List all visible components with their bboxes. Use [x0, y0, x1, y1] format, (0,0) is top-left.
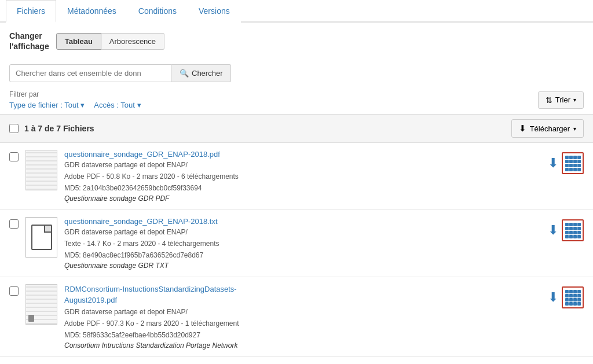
- files-count: 1 à 7 de 7 Fichiers: [24, 124, 94, 133]
- file-row: RDMConsortium-InstuctionsStandardizingDa…: [0, 277, 593, 356]
- file-info-1: questionnaire_sondage_GDR_ENAP-2018.pdf …: [64, 150, 541, 203]
- file-download-button-2[interactable]: ⬇: [548, 223, 558, 238]
- filter-label: Filtrer par: [9, 90, 141, 98]
- filter-access-link[interactable]: Accès : Tout ▾: [94, 101, 141, 109]
- sort-icon: ⇅: [546, 95, 552, 105]
- file-thumbnail-3: [25, 284, 57, 325]
- file-path-2: GDR dataverse partage et depot ENAP/: [64, 227, 541, 237]
- file-meta-3: Adobe PDF - 907.3 Ko - 2 mars 2020 - 1 t…: [64, 318, 541, 329]
- file-explore-button-2[interactable]: [562, 219, 584, 241]
- file-actions-1: ⬇: [548, 150, 584, 174]
- file-download-button-3[interactable]: ⬇: [548, 290, 558, 305]
- grid-icon-2: [565, 223, 581, 238]
- download-caret-icon: ▾: [573, 126, 576, 132]
- sort-caret-icon: ▾: [573, 97, 576, 103]
- file-desc-2: Questionnaire sondage GDR TXT: [64, 262, 541, 270]
- file-thumbnail-1: [25, 150, 57, 190]
- search-bar: 🔍 Chercher: [0, 60, 593, 87]
- file-row: questionnaire_sondage_GDR_ENAP-2018.txt …: [0, 210, 593, 277]
- file-meta-2: Texte - 14.7 Ko - 2 mars 2020 - 4 téléch…: [64, 238, 541, 249]
- main-container: Fichiers Métadonnées Conditions Versions…: [0, 0, 593, 364]
- search-button[interactable]: 🔍 Chercher: [171, 64, 231, 82]
- file-info-2: questionnaire_sondage_GDR_ENAP-2018.txt …: [64, 217, 541, 270]
- file-path-3: GDR dataverse partage et depot ENAP/: [64, 307, 541, 317]
- file-thumbnail-2: [25, 217, 57, 258]
- file-actions-3: ⬇: [548, 284, 584, 308]
- file-checkbox-2[interactable]: [9, 219, 19, 229]
- tab-fichiers[interactable]: Fichiers: [6, 0, 56, 23]
- download-all-button[interactable]: ⬇ Télécharger ▾: [511, 119, 584, 138]
- view-switcher-label: Changer l'affichage: [9, 31, 49, 52]
- filter-options: Filtrer par Type de fichier : Tout ▾ Acc…: [9, 90, 141, 109]
- file-path-1: GDR dataverse partage et depot ENAP/: [64, 160, 541, 170]
- file-md5-1: MD5: 2a104b3be023642659bcb0cf59f33694: [64, 183, 541, 193]
- view-button-group: Tableau Arborescence: [56, 33, 164, 50]
- sort-button[interactable]: ⇅ Trier ▾: [538, 91, 584, 109]
- file-checkbox-1[interactable]: [9, 152, 19, 161]
- file-explore-button-1[interactable]: [562, 152, 584, 174]
- download-icon: ⬇: [519, 123, 526, 134]
- files-header: 1 à 7 de 7 Fichiers ⬇ Télécharger ▾: [0, 114, 593, 143]
- file-checkbox-3[interactable]: [9, 286, 19, 296]
- arborescence-button[interactable]: Arborescence: [101, 33, 164, 50]
- file-explore-button-3[interactable]: [562, 286, 584, 308]
- filter-row: Filtrer par Type de fichier : Tout ▾ Acc…: [0, 87, 593, 112]
- file-name-2[interactable]: questionnaire_sondage_GDR_ENAP-2018.txt: [64, 217, 218, 226]
- grid-icon-3: [565, 290, 581, 306]
- file-name-1[interactable]: questionnaire_sondage_GDR_ENAP-2018.pdf: [64, 150, 220, 159]
- file-actions-2: ⬇: [548, 217, 584, 241]
- search-input[interactable]: [9, 64, 171, 82]
- tab-conditions[interactable]: Conditions: [127, 0, 188, 23]
- file-desc-3: Consortium Intructions Standardization P…: [64, 341, 541, 350]
- file-download-button-1[interactable]: ⬇: [548, 156, 558, 171]
- file-row: questionnaire_sondage_GDR_ENAP-2018.pdf …: [0, 143, 593, 210]
- search-icon: 🔍: [180, 69, 189, 78]
- tab-bar: Fichiers Métadonnées Conditions Versions: [0, 0, 593, 23]
- filter-links: Type de fichier : Tout ▾ Accès : Tout ▾: [9, 101, 141, 109]
- grid-icon-1: [565, 156, 581, 171]
- file-desc-1: Questionnaire sondage GDR PDF: [64, 194, 541, 203]
- file-md5-2: MD5: 8e490ac8ec1f965b7a636526cd7e8d67: [64, 250, 541, 260]
- select-all-checkbox[interactable]: [9, 124, 19, 133]
- files-header-left: 1 à 7 de 7 Fichiers: [9, 124, 94, 133]
- view-switcher: Changer l'affichage Tableau Arborescence: [0, 23, 593, 60]
- file-meta-1: Adobe PDF - 50.8 Ko - 2 mars 2020 - 6 té…: [64, 171, 541, 182]
- doc-icon-2: [31, 225, 52, 250]
- tableau-button[interactable]: Tableau: [56, 33, 101, 50]
- tab-versions[interactable]: Versions: [188, 0, 241, 23]
- file-name-3[interactable]: RDMConsortium-InstuctionsStandardizingDa…: [64, 285, 237, 304]
- file-md5-3: MD5: 58f9633c5af2eefbae4bb55d3d20d927: [64, 330, 541, 340]
- filter-type-link[interactable]: Type de fichier : Tout ▾: [9, 101, 85, 109]
- file-info-3: RDMConsortium-InstuctionsStandardizingDa…: [64, 284, 541, 349]
- tab-metadonnees[interactable]: Métadonnées: [56, 0, 127, 23]
